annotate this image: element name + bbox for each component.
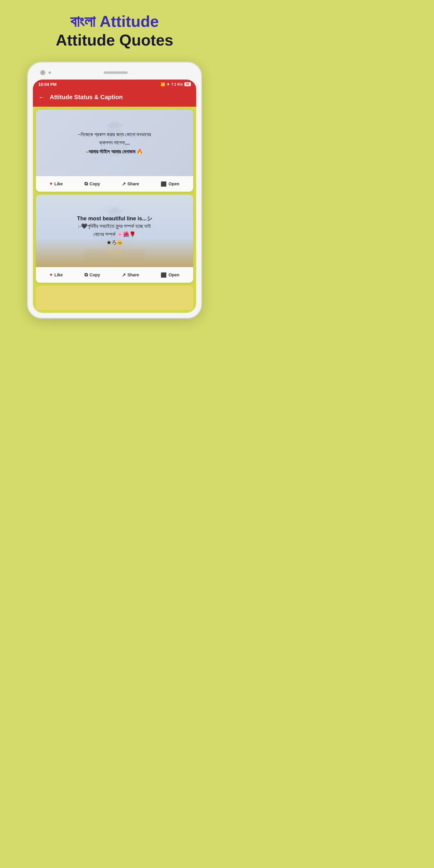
svg-rect-4: [111, 121, 118, 126]
share-label-1: Share: [127, 181, 139, 186]
copy-button-1[interactable]: ⧉ Copy: [82, 180, 102, 188]
copy-label-1: Copy: [90, 181, 100, 186]
open-button-1[interactable]: ⬛ Open: [158, 180, 182, 188]
quote-actions-1: ♥ Like ⧉ Copy ↗ Share ⬛ Open: [36, 176, 193, 192]
phone-dots: [49, 71, 51, 74]
quote-line-2-1: The most beautiful line is...シ: [77, 215, 152, 222]
status-icons: 📶 ✈ 7.1 K/s 96: [161, 82, 191, 87]
quote-actions-2: ♥ Like ⧉ Copy ↗ Share ⬛ Open: [36, 267, 193, 283]
copy-icon-1: ⧉: [84, 181, 88, 187]
quote-card-1: ~নিজেকে প্রকাশ করার জন্য কোনো মনভাবের ক্…: [36, 110, 193, 192]
svg-rect-11: [111, 207, 118, 212]
like-button-2[interactable]: ♥ Like: [47, 271, 65, 279]
open-label-1: Open: [168, 181, 179, 186]
quote-image-area-1: ~নিজেকে প্রকাশ করার জন্য কোনো মনভাবের ক্…: [36, 110, 193, 176]
phone-screen: 10:04 PM 📶 ✈ 7.1 K/s 96 ← Attitude Statu…: [33, 80, 196, 313]
quote-text-1: ~নিজেকে প্রকাশ করার জন্য কোনো মনভাবের ক্…: [78, 130, 151, 155]
content-area: ~নিজেকে প্রকাশ করার জন্য কোনো মনভাবের ক্…: [33, 107, 196, 313]
phone-dot-1: [49, 71, 51, 74]
battery-icon: 96: [184, 82, 191, 86]
back-button[interactable]: ←: [38, 93, 45, 101]
status-bar: 10:04 PM 📶 ✈ 7.1 K/s 96: [33, 80, 196, 89]
share-icon-2: ↗: [122, 272, 126, 278]
share-label-2: Share: [127, 273, 139, 277]
title-english: Attitude Quotes: [56, 31, 173, 50]
like-label-2: Like: [54, 273, 63, 277]
share-button-1[interactable]: ↗ Share: [119, 180, 142, 188]
app-bar: ← Attitude Status & Caption: [33, 89, 196, 107]
airplane-icon: ✈: [167, 82, 170, 87]
open-button-2[interactable]: ⬛ Open: [158, 271, 182, 279]
phone-camera-area: [40, 70, 51, 75]
speed-indicator: 7.1 K/s: [171, 82, 183, 87]
phone-top-bar: [33, 67, 196, 80]
phone-camera: [40, 70, 45, 75]
app-bar-title: Attitude Status & Caption: [50, 94, 123, 101]
share-button-2[interactable]: ↗ Share: [119, 271, 142, 279]
wifi-icon: 📶: [161, 82, 165, 87]
heart-icon-1: ♥: [50, 181, 53, 187]
quote-line-2-3: বোনের সম্পর্ক 🌸🌺🌹: [77, 230, 152, 239]
copy-icon-2: ⧉: [84, 272, 88, 278]
status-time: 10:04 PM: [38, 82, 57, 87]
title-bangla: বাংলা Attitude: [56, 12, 173, 31]
heart-icon-2: ♥: [50, 272, 53, 278]
page-header: বাংলা Attitude Attitude Quotes: [56, 12, 173, 50]
share-icon-1: ↗: [122, 181, 126, 187]
quote-line-1-1: ~নিজেকে প্রকাশ করার জন্য কোনো মনভাবের: [78, 130, 151, 138]
quote-line-2-2: :-🖤পৃথিবীর সবচাইতে সুন্দর সম্পর্ক হচ্ছে …: [77, 222, 152, 230]
copy-button-2[interactable]: ⧉ Copy: [82, 271, 102, 279]
phone-frame: 10:04 PM 📶 ✈ 7.1 K/s 96 ← Attitude Statu…: [27, 62, 202, 318]
open-icon-2: ⬛: [161, 272, 167, 278]
open-label-2: Open: [168, 273, 179, 277]
copy-label-2: Copy: [90, 273, 100, 277]
quote-line-1-3: –আমার স্টাইল আমার মেনাভাব 🔥: [78, 149, 151, 155]
phone-speaker: [104, 71, 128, 74]
quote-card-2: The most beautiful line is...シ :-🖤পৃথিবী…: [36, 195, 193, 283]
quote-image-area-2: The most beautiful line is...シ :-🖤পৃথিবী…: [36, 195, 193, 267]
quote-line-1-2: ক্যাপশন লাগেনা,,,,: [78, 138, 151, 147]
quote-card-3-partial: [36, 286, 193, 310]
like-label-1: Like: [54, 181, 63, 186]
quote-line-2-4: ★ろ😽: [77, 239, 152, 247]
open-icon-1: ⬛: [161, 181, 167, 187]
quote-text-2: The most beautiful line is...シ :-🖤পৃথিবী…: [77, 215, 152, 247]
like-button-1[interactable]: ♥ Like: [47, 180, 65, 188]
